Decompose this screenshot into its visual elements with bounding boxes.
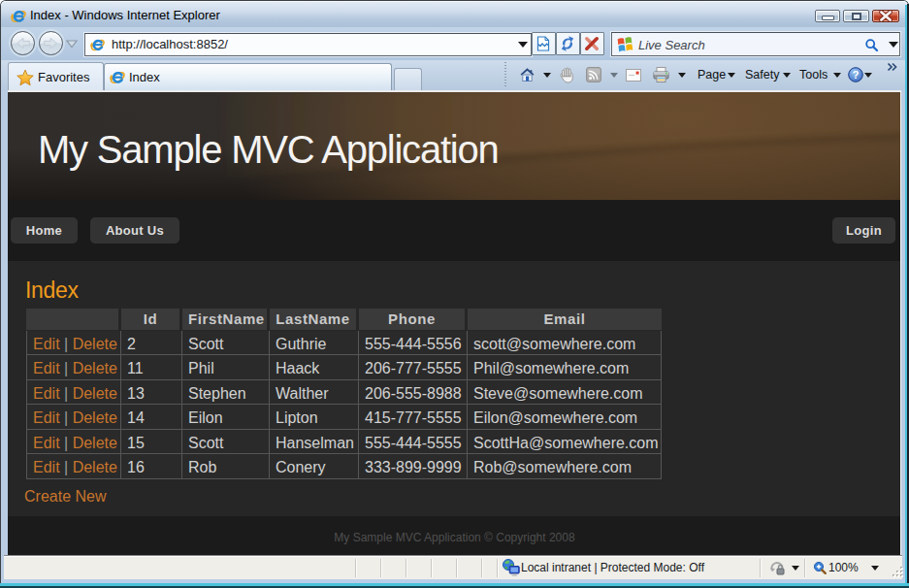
svg-text:?: ? (853, 69, 860, 81)
